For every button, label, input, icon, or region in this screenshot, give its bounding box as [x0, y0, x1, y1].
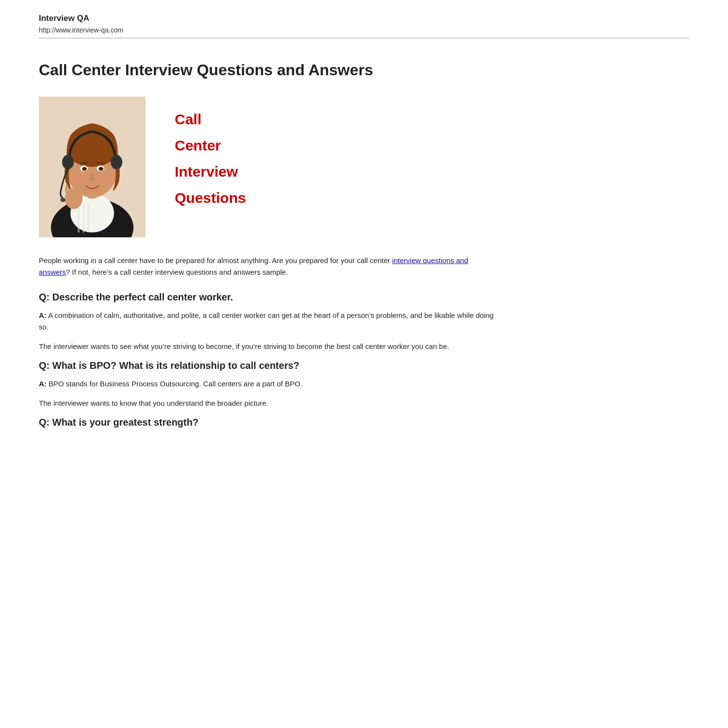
- hero-word-interview: Interview: [175, 159, 246, 185]
- svg-point-14: [100, 167, 102, 169]
- hero-text-block: Call Center Interview Questions: [175, 97, 246, 211]
- intro-text-before-link: People working in a call center have to …: [39, 256, 392, 265]
- site-url[interactable]: http://www.interview-qa.com: [39, 26, 689, 34]
- question-heading-1: Q: Describe the perfect call center work…: [39, 292, 495, 303]
- main-content: Call Center Interview Questions and Answ…: [0, 43, 534, 464]
- answer-paragraph-1a: A: A combination of calm, authoritative,…: [39, 310, 495, 333]
- header-divider: [39, 38, 689, 38]
- answer-followup-1: The interviewer wants to see what you’re…: [39, 341, 495, 352]
- svg-point-15: [73, 175, 84, 183]
- hero-illustration: [39, 97, 146, 237]
- answer-followup-2: The interviewer wants to know that you u…: [39, 397, 495, 409]
- page-header: Interview QA http://www.interview-qa.com: [0, 0, 728, 43]
- answer-text-2: BPO stands for Business Process Outsourc…: [47, 380, 302, 388]
- hero-word-center: Center: [175, 132, 246, 159]
- hero-word-questions: Questions: [175, 185, 246, 211]
- intro-text-after-link: ? If not, here’s a call center interview…: [66, 268, 288, 276]
- answer-text-1: A combination of calm, authoritative, an…: [39, 311, 494, 331]
- answer-label-1: A:: [39, 311, 47, 319]
- answer-label-2: A:: [39, 380, 47, 388]
- hero-section: Call Center Interview Questions: [39, 97, 495, 237]
- svg-point-18: [111, 155, 122, 169]
- svg-rect-4: [83, 203, 84, 232]
- qa-section-2: Q: What is BPO? What is its relationship…: [39, 360, 495, 409]
- hero-image: [39, 97, 146, 237]
- svg-point-16: [100, 175, 112, 183]
- hero-word-call: Call: [175, 106, 246, 132]
- qa-section-3: Q: What is your greatest strength?: [39, 417, 495, 428]
- qa-section-1: Q: Describe the perfect call center work…: [39, 292, 495, 352]
- svg-point-13: [84, 167, 86, 169]
- question-heading-2: Q: What is BPO? What is its relationship…: [39, 360, 495, 371]
- answer-paragraph-2a: A: BPO stands for Business Process Outso…: [39, 378, 495, 390]
- svg-rect-5: [87, 203, 89, 232]
- page-title: Call Center Interview Questions and Answ…: [39, 61, 495, 79]
- question-heading-3: Q: What is your greatest strength?: [39, 417, 495, 428]
- intro-paragraph: People working in a call center have to …: [39, 255, 495, 278]
- svg-point-17: [62, 155, 74, 169]
- site-title: Interview QA: [39, 14, 689, 23]
